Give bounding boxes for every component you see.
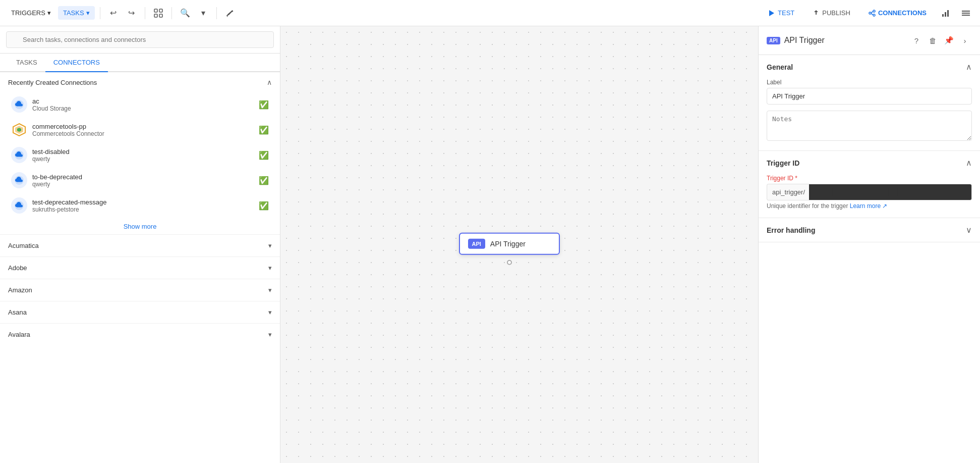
sidebar-tabs: TASKS CONNECTORS bbox=[0, 54, 280, 72]
notes-field-input[interactable] bbox=[767, 111, 972, 141]
list-item[interactable]: to-be-deprecated qwerty ✅ bbox=[6, 168, 274, 192]
toolbar-divider-3 bbox=[171, 7, 172, 19]
svg-rect-1 bbox=[159, 9, 162, 12]
section-adobe-chevron-icon: ▾ bbox=[268, 264, 272, 272]
section-acumatica-chevron-icon: ▾ bbox=[268, 242, 272, 249]
search-input[interactable] bbox=[6, 31, 274, 48]
connection-icon-tdm bbox=[11, 197, 27, 214]
tab-tasks[interactable]: TASKS bbox=[8, 54, 45, 72]
help-button[interactable]: ? bbox=[909, 33, 924, 47]
learn-more-link[interactable]: Learn more ↗ bbox=[850, 202, 888, 210]
triggers-button[interactable]: TRIGGERS ▾ bbox=[6, 6, 56, 20]
connection-name: commercetools-pp bbox=[32, 123, 254, 130]
list-item[interactable]: commercetools-pp Commercetools Connector… bbox=[6, 118, 274, 142]
section-adobe-title: Adobe bbox=[8, 264, 27, 272]
publish-label: PUBLISH bbox=[822, 9, 850, 17]
general-section-chevron-icon: ∧ bbox=[966, 62, 972, 72]
zoom-chevron[interactable]: ▾ bbox=[195, 5, 211, 21]
connection-sub: qwerty bbox=[32, 156, 254, 163]
tab-connectors[interactable]: CONNECTORS bbox=[45, 54, 108, 72]
api-trigger-badge: API bbox=[468, 238, 485, 248]
trigger-id-hint: Unique identifier for the trigger Learn … bbox=[767, 202, 972, 210]
zoom-button[interactable]: 🔍 bbox=[177, 5, 193, 21]
right-panel-header: API API Trigger ? 🗑 📌 › bbox=[759, 26, 980, 55]
recently-created-header[interactable]: Recently Created Connections ∧ bbox=[0, 72, 280, 92]
list-item[interactable]: ac Cloud Storage ✅ bbox=[6, 92, 274, 117]
list-item[interactable]: test-deprecated-message sukruths-petstor… bbox=[6, 193, 274, 218]
edit-button[interactable] bbox=[222, 5, 238, 21]
svg-rect-10 bbox=[942, 14, 944, 17]
tasks-label: TASKS bbox=[63, 9, 84, 17]
right-panel: API API Trigger ? 🗑 📌 › General ∧ Label bbox=[758, 26, 980, 463]
menu-button[interactable] bbox=[958, 5, 974, 21]
pin-button[interactable]: 📌 bbox=[942, 33, 956, 47]
expand-button[interactable]: › bbox=[958, 33, 972, 47]
triggers-chevron-icon: ▾ bbox=[47, 9, 51, 17]
general-section: General ∧ Label bbox=[759, 55, 980, 151]
main-layout: 🔍 TASKS CONNECTORS Recently Created Conn… bbox=[0, 26, 980, 463]
section-asana-title: Asana bbox=[8, 308, 27, 316]
section-asana[interactable]: Asana ▾ bbox=[0, 301, 280, 323]
general-section-header[interactable]: General ∧ bbox=[759, 55, 980, 79]
toolbar-divider-2 bbox=[145, 7, 145, 19]
section-avalara-title: Avalara bbox=[8, 331, 30, 338]
tasks-chevron-icon: ▾ bbox=[86, 9, 90, 17]
connections-button[interactable]: CONNECTIONS bbox=[861, 6, 934, 20]
connection-name: ac bbox=[32, 97, 254, 105]
section-asana-chevron-icon: ▾ bbox=[268, 308, 272, 316]
connection-name: to-be-deprecated bbox=[32, 173, 254, 181]
svg-line-9 bbox=[871, 14, 873, 15]
connection-info: test-deprecated-message sukruths-petstor… bbox=[32, 198, 254, 213]
trigger-id-body: Trigger ID * api_trigger/ Unique identif… bbox=[759, 175, 980, 218]
connection-info: ac Cloud Storage bbox=[32, 97, 254, 112]
search-wrap: 🔍 bbox=[6, 31, 274, 48]
svg-point-5 bbox=[869, 12, 871, 14]
connection-sub: Commercetools Connector bbox=[32, 130, 254, 137]
section-amazon-title: Amazon bbox=[8, 286, 32, 294]
trigger-id-label: Trigger ID * bbox=[767, 175, 972, 182]
connection-status-icon: ✅ bbox=[259, 150, 269, 160]
show-more-button[interactable]: Show more bbox=[0, 219, 280, 234]
section-acumatica-title: Acumatica bbox=[8, 242, 39, 249]
svg-rect-2 bbox=[154, 14, 157, 17]
error-handling-section-title: Error handling bbox=[767, 226, 815, 234]
sidebar-content: Recently Created Connections ∧ ac Cloud … bbox=[0, 72, 280, 463]
toolbar-divider-4 bbox=[216, 7, 217, 19]
trigger-id-section-header[interactable]: Trigger ID ∧ bbox=[759, 151, 980, 175]
svg-point-7 bbox=[873, 14, 875, 16]
api-trigger-node[interactable]: API API Trigger bbox=[459, 232, 560, 254]
section-adobe[interactable]: Adobe ▾ bbox=[0, 256, 280, 279]
connection-status-icon: ✅ bbox=[259, 100, 269, 110]
svg-point-6 bbox=[873, 10, 875, 12]
trigger-id-section: Trigger ID ∧ Trigger ID * api_trigger/ U… bbox=[759, 151, 980, 218]
publish-button[interactable]: PUBLISH bbox=[805, 6, 857, 20]
trigger-id-input[interactable] bbox=[809, 184, 972, 200]
section-avalara[interactable]: Avalara ▾ bbox=[0, 323, 280, 345]
svg-rect-12 bbox=[947, 10, 949, 17]
section-amazon[interactable]: Amazon ▾ bbox=[0, 279, 280, 301]
api-badge: API bbox=[767, 37, 780, 44]
connections-label: CONNECTIONS bbox=[878, 9, 927, 17]
connection-sub: sukruths-petstore bbox=[32, 206, 254, 213]
section-avalara-chevron-icon: ▾ bbox=[268, 331, 272, 338]
connection-info: test-disabled qwerty bbox=[32, 148, 254, 163]
recently-created-title: Recently Created Connections bbox=[8, 79, 97, 86]
error-handling-section-header[interactable]: Error handling ∨ bbox=[759, 218, 980, 242]
analytics-button[interactable] bbox=[938, 5, 954, 21]
section-acumatica[interactable]: Acumatica ▾ bbox=[0, 234, 280, 256]
label-field-input[interactable] bbox=[767, 88, 972, 105]
test-button[interactable]: TEST bbox=[761, 6, 801, 20]
list-item[interactable]: test-disabled qwerty ✅ bbox=[6, 143, 274, 167]
tasks-button[interactable]: TASKS ▾ bbox=[58, 6, 95, 20]
connection-sub: qwerty bbox=[32, 181, 254, 188]
right-panel-actions: ? 🗑 📌 › bbox=[909, 33, 972, 47]
layout-button[interactable] bbox=[150, 5, 166, 21]
delete-button[interactable]: 🗑 bbox=[926, 33, 940, 47]
error-handling-chevron-icon: ∨ bbox=[966, 225, 972, 235]
connection-icon-ct bbox=[11, 122, 27, 138]
trigger-id-input-wrap: api_trigger/ bbox=[767, 184, 972, 200]
trigger-id-section-title: Trigger ID bbox=[767, 159, 799, 167]
undo-button[interactable]: ↩ bbox=[105, 5, 122, 21]
triggers-label: TRIGGERS bbox=[11, 9, 45, 17]
redo-button[interactable]: ↪ bbox=[124, 5, 140, 21]
